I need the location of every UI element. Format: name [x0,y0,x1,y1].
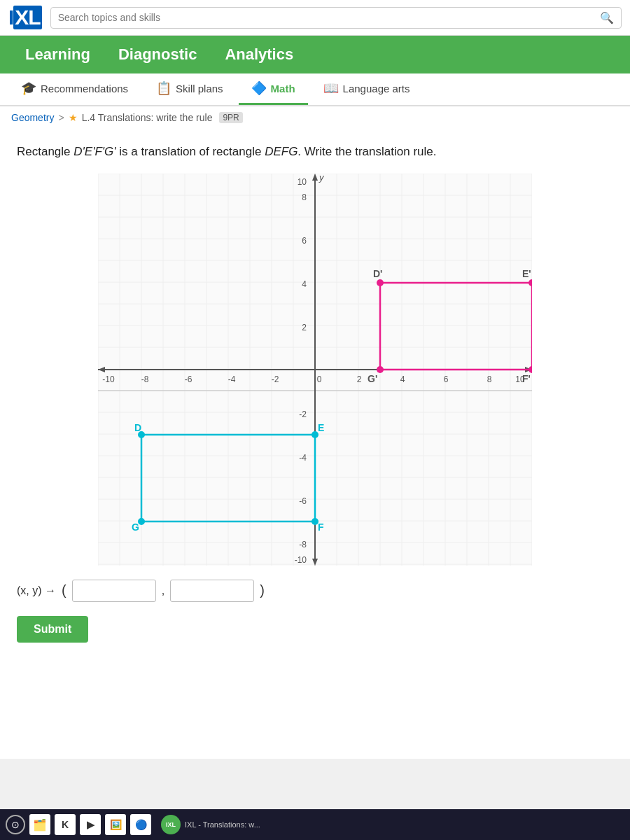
subnav-skillplans[interactable]: 📋 Skill plans [144,74,236,105]
label-Dprime: D' [373,268,382,279]
logo-xl: XL [13,6,41,29]
svg-text:2: 2 [357,374,362,384]
breadcrumb-badge: 9PR [219,112,242,123]
translation-input-y[interactable] [170,580,254,602]
svg-text:8: 8 [302,192,307,202]
translation-input-x[interactable] [72,580,156,602]
nav-analytics[interactable]: Analytics [211,36,307,74]
vertex-Dprime [377,279,384,286]
taskbar-ixl-label: IXL - Translations: w... [185,820,260,829]
label-F: F [318,522,324,533]
label-Fprime: F' [522,373,531,384]
subnav-recommendations[interactable]: 🎓 Recommendations [8,74,141,105]
search-input[interactable] [58,12,600,23]
breadcrumb-separator: > [58,112,64,123]
skillplans-icon: 📋 [156,80,172,96]
svg-text:6: 6 [444,374,449,384]
nav-learning[interactable]: Learning [11,36,104,74]
recommendations-icon: 🎓 [21,80,36,96]
svg-text:-6: -6 [299,496,307,506]
svg-text:-10: -10 [102,374,115,384]
svg-text:8: 8 [487,374,492,384]
svg-text:-2: -2 [299,410,307,419]
input-area: (x, y) → ( , ) [17,580,613,602]
taskbar-files[interactable]: 🗂️ [29,814,50,835]
subnav-math-label: Math [271,83,295,94]
svg-text:-4: -4 [228,374,236,384]
svg-text:-8: -8 [299,540,307,550]
svg-text:y: y [318,174,325,183]
subnav-languagearts[interactable]: 📖 Language arts [311,74,423,105]
taskbar-app-media[interactable]: ▶ [80,814,101,835]
subnav-languagearts-label: Language arts [343,83,410,94]
taskbar-ixl-icon: IXL [161,815,181,834]
problem-statement: Rectangle D'E'F'G' is a translation of r… [17,143,613,161]
svg-marker-43 [312,174,318,181]
sub-nav: 🎓 Recommendations 📋 Skill plans 🔷 Math 📖… [0,74,630,106]
languagearts-icon: 📖 [323,80,339,96]
subnav-skillplans-label: Skill plans [176,83,223,94]
math-icon: 🔷 [251,80,267,96]
svg-text:-2: -2 [272,374,279,384]
label-E: E [318,422,324,433]
close-paren: ) [260,582,265,598]
vertex-Fprime [528,366,532,373]
breadcrumb-lesson: L.4 Translations: write the rule [82,112,213,123]
svg-text:6: 6 [302,236,307,246]
open-paren: ( [62,582,66,598]
taskbar-app-misc[interactable]: 🔵 [130,814,151,835]
label-G: G [132,522,139,533]
svg-text:-4: -4 [299,453,307,463]
translated-rectangle [380,283,532,370]
label-D: D [134,422,141,433]
nav-diagnostic[interactable]: Diagnostic [104,36,211,74]
svg-text:10: 10 [298,177,307,187]
svg-marker-44 [98,367,105,372]
svg-text:4: 4 [302,279,307,289]
submit-button[interactable]: Submit [17,616,88,643]
svg-text:4: 4 [400,374,405,384]
breadcrumb-star: ★ [69,112,78,123]
translation-label: (x, y) → [17,584,56,597]
logo-i: I [8,6,13,29]
taskbar-start[interactable]: ⊙ [6,815,25,834]
subnav-recommendations-label: Recommendations [41,83,128,94]
nav-bar: Learning Diagnostic Analytics [0,36,630,74]
label-Eprime: E' [522,268,531,279]
breadcrumb-geometry[interactable]: Geometry [11,112,54,123]
logo[interactable]: IXL [8,6,42,29]
search-icon: 🔍 [600,11,614,24]
taskbar-app-k[interactable]: K [55,814,76,835]
taskbar: ⊙ 🗂️ K ▶ 🖼️ 🔵 IXL IXL - Translations: w.… [0,809,630,840]
main-content: Rectangle D'E'F'G' is a translation of r… [0,129,630,759]
comma-separator: , [162,584,164,597]
svg-text:-10: -10 [295,555,307,565]
graph-container: /* grid drawn below in static SVG */ [17,174,613,566]
subnav-math[interactable]: 🔷 Math [239,74,308,105]
vertex-Eprime [528,279,532,286]
svg-text:2: 2 [302,323,307,332]
svg-text:-8: -8 [141,374,149,384]
breadcrumb: Geometry > ★ L.4 Translations: write the… [0,106,630,129]
label-Gprime: G' [368,373,377,384]
vertex-Gprime [377,366,384,373]
coordinate-graph: /* grid drawn below in static SVG */ [98,174,532,566]
top-bar: IXL 🔍 [0,0,630,36]
search-bar[interactable]: 🔍 [50,7,622,29]
taskbar-app-photo[interactable]: 🖼️ [105,814,126,835]
svg-text:0: 0 [317,374,322,384]
taskbar-ixl-item[interactable]: IXL IXL - Translations: w... [161,815,260,834]
svg-text:-6: -6 [185,374,192,384]
